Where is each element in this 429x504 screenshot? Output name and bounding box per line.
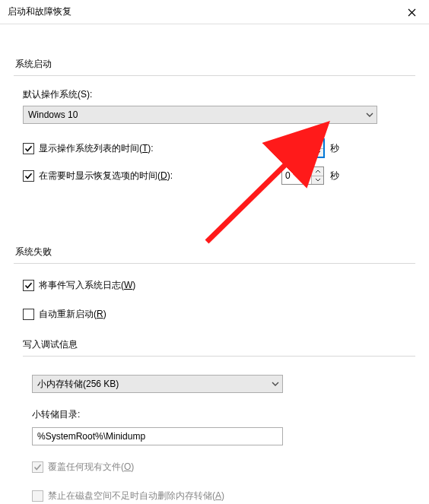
divider (14, 263, 415, 264)
disable-low-disk-checkbox (32, 490, 43, 502)
spinner-up-button[interactable] (312, 140, 323, 149)
show-os-list-label: 显示操作系统列表的时间(T): (39, 142, 154, 155)
spinner-up-button[interactable] (312, 167, 323, 176)
write-event-checkbox[interactable] (23, 280, 34, 291)
show-recovery-input[interactable] (282, 167, 311, 184)
show-os-list-checkbox[interactable] (23, 143, 34, 154)
seconds-suffix: 秒 (330, 170, 339, 182)
dump-dir-input[interactable] (32, 427, 283, 445)
section-header-system-startup: 系统启动 (15, 58, 415, 71)
write-event-label: 将事件写入系统日志(W) (39, 279, 135, 292)
show-os-list-row: 显示操作系统列表的时间(T): 秒 (23, 139, 415, 157)
disable-low-disk-row: 禁止在磁盘空间不足时自动删除内存转储(A) (32, 487, 415, 504)
spinner-buttons (311, 140, 323, 157)
dump-type-dropdown[interactable]: 小内存转储(256 KB) (32, 375, 283, 393)
overwrite-label: 覆盖任何现有文件(O) (48, 461, 134, 474)
spinner-down-button[interactable] (312, 176, 323, 185)
show-os-list-spinner[interactable] (281, 139, 324, 157)
auto-restart-row: 自动重新启动(R) (23, 305, 415, 323)
debug-info-header: 写入调试信息 (23, 338, 415, 351)
overwrite-row: 覆盖任何现有文件(O) (32, 458, 415, 476)
show-os-list-input[interactable] (282, 140, 311, 157)
chevron-down-icon (366, 113, 373, 117)
divider (14, 75, 415, 76)
window-title: 启动和故障恢复 (8, 5, 72, 18)
show-recovery-checkbox[interactable] (23, 170, 34, 182)
close-icon (408, 8, 416, 17)
dump-type-value: 小内存转储(256 KB) (37, 378, 119, 391)
chevron-down-icon (272, 382, 279, 386)
show-recovery-label: 在需要时显示恢复选项的时间(D): (39, 170, 173, 182)
divider (23, 356, 415, 357)
write-event-row: 将事件写入系统日志(W) (23, 276, 415, 294)
default-os-dropdown[interactable]: Windows 10 (23, 106, 377, 124)
section-header-system-failure: 系统失败 (15, 246, 415, 258)
disable-low-disk-label: 禁止在磁盘空间不足时自动删除内存转储(A) (48, 490, 224, 502)
spinner-down-button[interactable] (312, 149, 323, 157)
overwrite-checkbox (32, 461, 43, 473)
auto-restart-label: 自动重新启动(R) (39, 308, 106, 321)
default-os-value: Windows 10 (28, 109, 78, 120)
dialog-content: 系统启动 默认操作系统(S): Windows 10 显示操作系统列表的时间(T… (0, 24, 429, 504)
show-recovery-row: 在需要时显示恢复选项的时间(D): 秒 (23, 166, 415, 185)
seconds-suffix: 秒 (330, 142, 339, 155)
show-recovery-spinner[interactable] (281, 166, 324, 185)
default-os-label: 默认操作系统(S): (23, 88, 415, 101)
close-button[interactable] (394, 0, 429, 24)
auto-restart-checkbox[interactable] (23, 309, 34, 320)
default-os-label-text: 默认操作系统(S): (23, 89, 92, 100)
spinner-buttons (311, 167, 323, 184)
debug-info-block: 小内存转储(256 KB) 小转储目录: 覆盖任何现有文件(O) 禁止在磁盘空间… (32, 369, 415, 504)
titlebar: 启动和故障恢复 (0, 0, 429, 24)
dump-dir-label: 小转储目录: (32, 408, 415, 421)
